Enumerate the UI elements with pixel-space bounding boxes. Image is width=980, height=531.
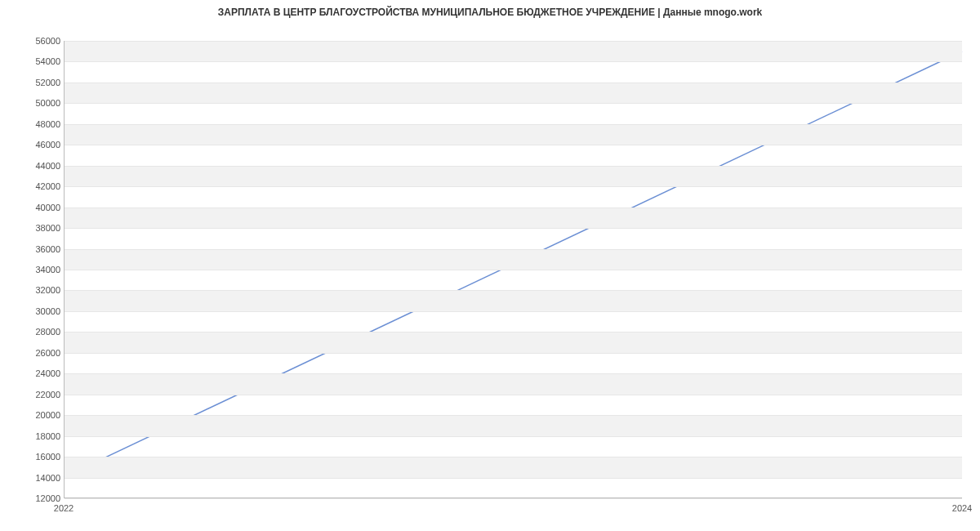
y-tick-label: 42000 xyxy=(31,181,60,191)
gridline xyxy=(65,415,962,416)
x-tick-label: 2022 xyxy=(54,503,74,513)
gridline xyxy=(65,478,962,479)
y-tick-label: 36000 xyxy=(31,244,60,254)
y-tick-label: 44000 xyxy=(31,161,60,171)
gridline xyxy=(65,436,962,437)
gridline xyxy=(65,166,962,167)
gridline xyxy=(65,186,962,187)
y-tick-label: 12000 xyxy=(31,493,60,503)
y-tick-label: 16000 xyxy=(31,452,60,462)
y-tick-label: 26000 xyxy=(31,348,60,358)
gridline xyxy=(65,498,962,499)
plot-area xyxy=(64,41,962,498)
gridline xyxy=(65,249,962,250)
grid-band xyxy=(65,249,962,270)
gridline xyxy=(65,207,962,208)
y-tick-label: 46000 xyxy=(31,140,60,149)
gridline xyxy=(65,41,962,42)
y-tick-label: 40000 xyxy=(31,203,60,212)
grid-band xyxy=(65,457,962,477)
gridline xyxy=(65,61,962,62)
y-tick-label: 52000 xyxy=(31,78,60,87)
grid-band xyxy=(65,373,962,394)
gridline xyxy=(65,395,962,395)
y-tick-label: 48000 xyxy=(31,119,60,129)
gridline xyxy=(65,228,962,229)
grid-band xyxy=(65,207,962,228)
x-tick-label: 2024 xyxy=(952,503,972,513)
y-tick-label: 54000 xyxy=(31,56,60,66)
gridline xyxy=(65,124,962,125)
grid-band xyxy=(65,166,962,186)
grid-band xyxy=(65,415,962,435)
y-tick-label: 56000 xyxy=(31,36,60,46)
y-tick-label: 20000 xyxy=(31,410,60,420)
grid-band xyxy=(65,332,962,352)
chart-container: ЗАРПЛАТА В ЦЕНТР БЛАГОУСТРОЙСТВА МУНИЦИП… xyxy=(0,0,980,531)
y-tick-label: 14000 xyxy=(31,473,60,483)
gridline xyxy=(65,103,962,104)
y-tick-label: 22000 xyxy=(31,390,60,399)
gridline xyxy=(65,353,962,354)
chart-title: ЗАРПЛАТА В ЦЕНТР БЛАГОУСТРОЙСТВА МУНИЦИП… xyxy=(0,7,980,18)
gridline xyxy=(65,290,962,291)
gridline xyxy=(65,83,962,83)
y-tick-label: 34000 xyxy=(31,265,60,274)
gridline xyxy=(65,145,962,145)
y-tick-label: 50000 xyxy=(31,98,60,108)
y-tick-label: 30000 xyxy=(31,306,60,316)
y-tick-label: 32000 xyxy=(31,285,60,295)
gridline xyxy=(65,373,962,374)
gridline xyxy=(65,332,962,332)
y-tick-label: 18000 xyxy=(31,431,60,441)
gridline xyxy=(65,457,962,457)
y-tick-label: 24000 xyxy=(31,368,60,378)
y-tick-label: 38000 xyxy=(31,223,60,233)
grid-band xyxy=(65,41,962,61)
y-tick-label: 28000 xyxy=(31,327,60,337)
grid-band xyxy=(65,290,962,310)
gridline xyxy=(65,311,962,312)
gridline xyxy=(65,270,962,270)
grid-band xyxy=(65,124,962,145)
grid-band xyxy=(65,83,962,103)
